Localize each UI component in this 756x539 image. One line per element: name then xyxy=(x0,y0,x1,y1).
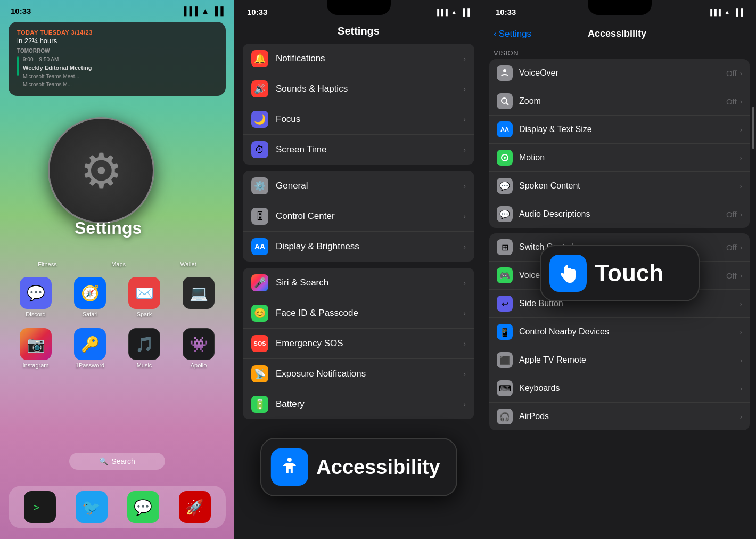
app-music[interactable]: 🎵 Music xyxy=(125,328,163,369)
settings-row-faceid[interactable]: 😊 Face ID & Passcode › xyxy=(243,298,474,329)
widget-date-header: TODAY TUESDAY 3/14/23 xyxy=(17,29,217,36)
back-chevron-icon: ‹ xyxy=(494,29,497,39)
general-chevron: › xyxy=(463,182,466,190)
voice-ctrl-chevron: › xyxy=(740,272,742,280)
display-text-chevron: › xyxy=(740,126,742,134)
settings-group-2: ⚙️ General › 🎛 Control Center › AA Displ… xyxy=(243,171,474,262)
touch-popup: Touch xyxy=(540,245,700,301)
app-icon-safari: 🧭 xyxy=(74,277,106,309)
audio-desc-chevron: › xyxy=(740,210,742,218)
sounds-icon: 🔊 xyxy=(251,80,268,97)
settings-row-sounds[interactable]: 🔊 Sounds & Haptics › xyxy=(243,74,474,104)
touch-icon-svg xyxy=(557,263,579,284)
settings-row-notifications[interactable]: 🔔 Notifications › xyxy=(243,44,474,74)
side-button-icon: ↩ xyxy=(497,296,513,312)
appletv-label: Apple TV Remote xyxy=(519,355,740,365)
status-bar-home: 10:33 ▐▐▐ ▲ ▐▐ xyxy=(0,0,234,18)
screentime-label: Screen Time xyxy=(276,144,463,155)
display-icon: AA xyxy=(251,238,268,255)
scroll-indicator xyxy=(752,107,754,149)
settings-row-screentime[interactable]: ⏱ Screen Time › xyxy=(243,135,474,165)
settings-row-general[interactable]: ⚙️ General › xyxy=(243,171,474,201)
dock-app-messages[interactable]: 💬 xyxy=(127,491,159,523)
rocket-icon: 🚀 xyxy=(185,499,204,516)
settings-row-sos[interactable]: SOS Emergency SOS › xyxy=(243,329,474,359)
exposure-chevron: › xyxy=(463,370,466,378)
settings-row-display[interactable]: AA Display & Brightness › xyxy=(243,232,474,262)
acc-row-zoom[interactable]: Zoom Off › xyxy=(489,87,750,116)
acc-row-voiceover[interactable]: VoiceOver Off › xyxy=(489,59,750,87)
settings-group-1: 🔔 Notifications › 🔊 Sounds & Haptics › 🌙… xyxy=(243,44,474,165)
acc-row-nearby[interactable]: 📱 Control Nearby Devices › xyxy=(489,318,750,346)
switch-icon: ⊞ xyxy=(497,239,513,255)
event-sub1: Microsoft Teams Meet... xyxy=(23,72,92,80)
app-label-spark: Spark xyxy=(137,311,152,317)
acc-nav-bar: ‹ Settings Accessibility xyxy=(483,21,756,45)
motion-chevron: › xyxy=(740,154,742,162)
acc-row-display-text[interactable]: AA Display & Text Size › xyxy=(489,116,750,144)
settings-row-controlcenter[interactable]: 🎛 Control Center › xyxy=(243,201,474,232)
acc-row-motion[interactable]: Motion › xyxy=(489,144,750,172)
terminal-icon: >_ xyxy=(33,501,46,513)
dock-app-rocket[interactable]: 🚀 xyxy=(179,491,211,523)
app-1password[interactable]: 🔑 1Password xyxy=(71,328,109,369)
settings-group-3: 🎤 Siri & Search › 😊 Face ID & Passcode ›… xyxy=(243,268,474,419)
nearby-icon: 📱 xyxy=(497,324,513,340)
display-text-label: Display & Text Size xyxy=(519,125,740,134)
search-label: Search xyxy=(111,457,135,466)
acc-row-audio-desc[interactable]: 💬 Audio Descriptions Off › xyxy=(489,200,750,228)
motion-icon xyxy=(497,150,513,166)
keyboards-icon: ⌨ xyxy=(497,380,513,396)
accessibility-icon-box xyxy=(270,448,308,486)
dock: >_ 🐦 💬 🚀 xyxy=(9,486,226,528)
dock-app-terminal[interactable]: >_ xyxy=(24,491,56,523)
app-apollo[interactable]: 👾 Apollo xyxy=(179,328,218,369)
app-safari[interactable]: 🧭 Safari xyxy=(71,277,109,317)
display-text-icon: AA xyxy=(497,121,513,137)
notifications-label: Notifications xyxy=(276,53,463,64)
messages-icon: 💬 xyxy=(134,499,152,516)
display-label: Display & Brightness xyxy=(276,241,463,252)
settings-large-label: Settings xyxy=(75,218,142,238)
switch-value: Off xyxy=(726,243,737,252)
dock-app-tweetbot[interactable]: 🐦 xyxy=(76,491,108,523)
zoom-svg xyxy=(500,96,510,106)
app-discord[interactable]: 💬 Discord xyxy=(17,277,55,317)
airpods-icon: 🎧 xyxy=(497,409,513,424)
acc-row-airpods[interactable]: 🎧 AirPods › xyxy=(489,403,750,430)
acc-row-keyboards[interactable]: ⌨ Keyboards › xyxy=(489,374,750,403)
faceid-chevron: › xyxy=(463,309,466,317)
app-label-music: Music xyxy=(137,362,152,369)
audio-desc-icon: 💬 xyxy=(497,206,513,222)
search-bar[interactable]: 🔍 Search xyxy=(69,453,165,470)
app-instagram[interactable]: 📷 Instagram xyxy=(17,328,55,369)
settings-row-battery[interactable]: 🔋 Battery › xyxy=(243,389,474,419)
app-spark[interactable]: ✉️ Spark xyxy=(125,277,163,317)
settings-row-exposure[interactable]: 📡 Exposure Notifications › xyxy=(243,359,474,389)
dock-label-maps: Maps xyxy=(111,261,126,267)
app-icon-music: 🎵 xyxy=(128,328,160,360)
airpods-chevron: › xyxy=(740,413,742,421)
app-row-1: 💬 Discord 🧭 Safari ✉️ Spark 💻 xyxy=(9,277,226,317)
app-row-2: 📷 Instagram 🔑 1Password 🎵 Music 👾 Apollo xyxy=(9,328,226,369)
wifi-icon-a: ▲ xyxy=(724,9,730,16)
screentime-chevron: › xyxy=(463,145,466,154)
calendar-widget[interactable]: TODAY TUESDAY 3/14/23 in 22¼ hours TOMOR… xyxy=(9,22,226,96)
app-grid: 💬 Discord 🧭 Safari ✉️ Spark 💻 📷 Instagra… xyxy=(0,277,234,379)
settings-row-siri[interactable]: 🎤 Siri & Search › xyxy=(243,268,474,298)
tweetbot-icon: 🐦 xyxy=(82,499,101,516)
voice-ctrl-icon: 🎮 xyxy=(497,267,513,283)
acc-back-button[interactable]: ‹ Settings xyxy=(494,29,531,39)
acc-row-appletv[interactable]: ⬛ Apple TV Remote › xyxy=(489,346,750,374)
siri-chevron: › xyxy=(463,279,466,287)
app-other[interactable]: 💻 xyxy=(179,277,218,317)
app-icon-other: 💻 xyxy=(183,277,215,309)
status-time-home: 10:33 xyxy=(11,6,31,15)
battery-icon-a: ▐▐ xyxy=(734,8,743,16)
zoom-label: Zoom xyxy=(519,96,726,106)
panel-iphone-home: 10:33 ▐▐▐ ▲ ▐▐ TODAY TUESDAY 3/14/23 in … xyxy=(0,0,234,539)
acc-vision-group: VoiceOver Off › Zoom Off › AA Display & … xyxy=(489,59,750,228)
acc-row-spoken[interactable]: 💬 Spoken Content › xyxy=(489,172,750,200)
widget-time-left: in 22¼ hours xyxy=(17,37,217,45)
settings-row-focus[interactable]: 🌙 Focus › xyxy=(243,104,474,135)
